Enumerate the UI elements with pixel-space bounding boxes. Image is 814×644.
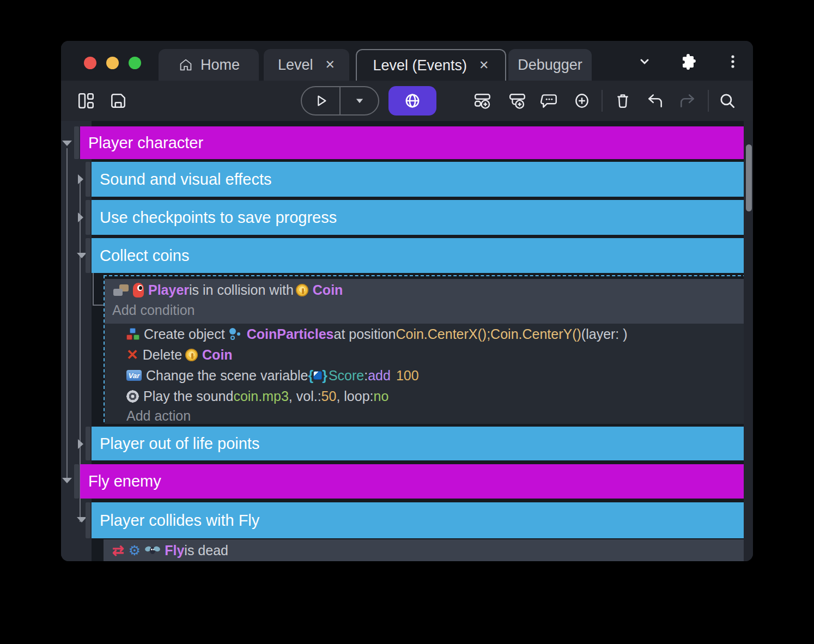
chevron-down-icon[interactable] — [636, 53, 653, 70]
search-icon[interactable] — [718, 92, 737, 110]
object-name: Player — [148, 282, 189, 298]
toolbar — [61, 81, 753, 121]
home-icon — [178, 57, 194, 73]
group-header-player-collides-fly[interactable]: Player collides with Fly — [92, 502, 744, 538]
tab-label: Level (Events) — [373, 57, 467, 74]
project-manager-icon[interactable] — [77, 92, 95, 110]
more-menu-icon[interactable] — [724, 53, 742, 70]
add-action-button[interactable]: Add action — [105, 406, 745, 425]
volume-value: 50 — [321, 388, 337, 404]
coin-object-icon — [185, 349, 198, 361]
group-label: Collect coins — [100, 247, 189, 265]
selected-event[interactable]: Player is in collision with Coin Add con… — [104, 275, 746, 422]
zoom-window-button[interactable] — [129, 57, 141, 69]
action-row-delete[interactable]: ✕ Delete Coin — [105, 344, 745, 365]
toolbar-separator — [708, 90, 709, 112]
loop-value: no — [374, 388, 389, 404]
tab-level-events[interactable]: Level (Events) ✕ — [356, 49, 506, 81]
add-sub-event-icon[interactable] — [508, 92, 527, 110]
action-row-change-variable[interactable]: Var Change the scene variable Score : ad… — [105, 365, 745, 386]
tab-level[interactable]: Level ✕ — [264, 49, 349, 81]
tab-label: Debugger — [518, 57, 582, 74]
sound-icon — [126, 390, 139, 403]
app-window: Home Level ✕ Level (Events) ✕ Debugger — [61, 41, 753, 561]
trash-icon[interactable] — [613, 92, 632, 110]
group-label: Use checkpoints to save progress — [100, 209, 337, 227]
indent-guide — [93, 273, 94, 306]
coin-object-icon — [296, 284, 308, 296]
undo-icon[interactable] — [646, 92, 664, 110]
player-object-icon — [133, 283, 144, 297]
tab-label: Level — [278, 57, 313, 74]
tab-debugger[interactable]: Debugger — [508, 49, 592, 81]
group-header-checkpoints[interactable]: Use checkpoints to save progress — [92, 200, 744, 235]
tab-bar: Home Level ✕ Level (Events) ✕ Debugger — [61, 41, 753, 81]
add-comment-icon[interactable] — [540, 92, 558, 110]
expand-arrow-icon[interactable] — [78, 174, 83, 184]
group-header-out-of-life[interactable]: Player out of life points — [92, 427, 744, 460]
add-condition-button[interactable]: Add condition — [105, 301, 745, 319]
object-name: CoinParticles — [247, 326, 334, 342]
group-label: Player out of life points — [100, 435, 259, 453]
object-name: Fly — [165, 543, 184, 558]
group-header-sound-effects[interactable]: Sound and visual effects — [92, 162, 744, 197]
expression: Coin.CenterX();Coin.CenterY() — [396, 326, 581, 342]
event-drag-handle[interactable] — [74, 126, 79, 159]
group-label: Player character — [88, 134, 203, 152]
add-circle-icon[interactable] — [573, 92, 591, 110]
action-row-create-object[interactable]: Create object CoinParticles at position … — [105, 324, 745, 344]
operation: add — [368, 368, 391, 384]
event-drag-handle[interactable] — [86, 238, 90, 273]
condition-text: is dead — [184, 543, 228, 558]
add-event-icon[interactable] — [473, 92, 492, 110]
state-swap-icon: ⇄ — [112, 544, 124, 557]
group-label: Player collides with Fly — [100, 512, 259, 530]
play-button[interactable] — [302, 87, 339, 114]
value: 100 — [396, 368, 419, 384]
event-drag-handle[interactable] — [86, 162, 90, 197]
traffic-lights — [84, 57, 141, 69]
group-header-player-character[interactable]: Player character — [80, 126, 744, 159]
group-header-fly-enemy[interactable]: Fly enemy — [80, 464, 744, 499]
indent-guide — [66, 148, 68, 481]
condition-row-fly-dead[interactable]: ⇄ ⚙ Fly is dead — [104, 539, 746, 561]
play-button-group — [301, 86, 379, 116]
close-tab-icon[interactable]: ✕ — [325, 58, 335, 72]
tab-home[interactable]: Home — [159, 49, 259, 81]
expand-arrow-icon[interactable] — [78, 212, 83, 222]
condition-text: is in collision with — [189, 282, 294, 298]
tab-label: Home — [201, 57, 240, 74]
collapse-arrow-icon[interactable] — [62, 478, 72, 483]
event-drag-handle[interactable] — [86, 427, 90, 460]
expand-arrow-icon[interactable] — [78, 439, 83, 449]
conditions-zone: Player is in collision with Coin Add con… — [105, 279, 745, 324]
redo-icon[interactable] — [678, 92, 697, 110]
toolbar-separator — [602, 90, 603, 112]
behavior-gear-icon: ⚙ — [129, 544, 141, 557]
scene-variable-icon — [308, 368, 327, 384]
collapse-arrow-icon[interactable] — [62, 141, 72, 146]
condition-row[interactable]: Player is in collision with Coin — [105, 279, 745, 301]
preview-over-network-button[interactable] — [388, 86, 436, 116]
close-window-button[interactable] — [84, 57, 96, 69]
save-icon[interactable] — [109, 92, 127, 110]
indent-guide-elbow — [93, 305, 104, 306]
play-options-button[interactable] — [341, 87, 378, 114]
event-drag-handle[interactable] — [86, 502, 90, 538]
scrollbar-thumb[interactable] — [746, 144, 752, 211]
sound-file: coin.mp3 — [233, 388, 288, 404]
event-drag-handle[interactable] — [86, 200, 90, 235]
minimize-window-button[interactable] — [106, 57, 119, 69]
group-label: Sound and visual effects — [100, 171, 271, 189]
delete-icon: ✕ — [126, 348, 138, 361]
object-name: Coin — [313, 282, 343, 298]
variable-icon: Var — [126, 370, 142, 381]
group-header-collect-coins[interactable]: Collect coins — [92, 238, 744, 273]
create-object-icon — [126, 328, 139, 340]
action-row-play-sound[interactable]: Play the sound coin.mp3 , vol.: 50 , loo… — [105, 386, 745, 406]
extensions-puzzle-icon[interactable] — [679, 53, 697, 70]
event-drag-handle[interactable] — [74, 464, 79, 499]
globe-icon — [403, 92, 422, 110]
object-name: Coin — [202, 347, 233, 363]
close-tab-icon[interactable]: ✕ — [479, 58, 489, 72]
